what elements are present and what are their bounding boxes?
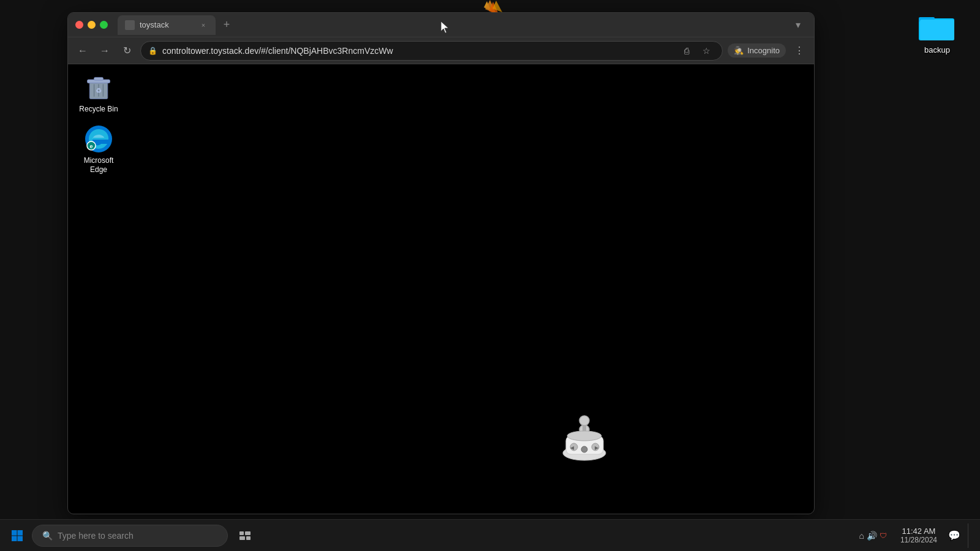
search-placeholder-text: Type here to search	[58, 531, 134, 541]
maximize-button[interactable]	[100, 21, 108, 29]
tab-label: toystack	[140, 20, 194, 29]
minimize-button[interactable]	[88, 21, 96, 29]
volume-icon: 🔊	[867, 531, 877, 541]
edge-label: Microsoft Edge	[77, 156, 121, 174]
desktop: backup toystack × + ▾ ← →	[0, 0, 980, 551]
title-bar: toystack × + ▾	[68, 13, 814, 37]
clock-date: 11/28/2024	[900, 536, 937, 544]
task-view-icon	[239, 531, 251, 540]
incognito-button[interactable]: 🕵 Incognito	[728, 43, 786, 58]
clock-area[interactable]: 11:42 AM 11/28/2024	[894, 527, 943, 544]
taskbar: 🔍 Type here to search ⌂ 🔊 🛡 11:42 AM	[0, 519, 980, 551]
task-view-button[interactable]	[233, 523, 257, 548]
nav-bar: ← → ↻ 🔒 ⎙ ☆ 🕵 Incognito ⋮	[68, 37, 814, 64]
svg-point-22	[567, 431, 601, 441]
browser-window: toystack × + ▾ ← → ↻ 🔒 ⎙ ☆ 🕵	[67, 12, 815, 514]
bookmark-button[interactable]: ☆	[698, 42, 715, 59]
game-controller-icon[interactable]: ◀ ▶	[557, 410, 612, 465]
edge-image: e	[84, 124, 113, 154]
reload-button[interactable]: ↻	[118, 42, 135, 59]
svg-rect-31	[18, 536, 23, 541]
recycle-bin-icon-desktop[interactable]: ♻ Recycle Bin	[74, 70, 123, 116]
svg-point-21	[579, 416, 589, 425]
browser-content: ♻ Recycle Bin	[68, 64, 814, 514]
system-tray: ⌂ 🔊 🛡 11:42 AM 11/28/2024 💬	[854, 523, 975, 548]
incognito-icon: 🕵	[734, 46, 744, 55]
tab-favicon	[125, 20, 135, 30]
svg-text:◀: ◀	[570, 445, 575, 451]
backup-folder-label: backup	[924, 45, 950, 54]
lock-icon: 🔒	[148, 47, 157, 55]
forward-button[interactable]: →	[96, 42, 113, 59]
security-icon: 🛡	[880, 531, 887, 540]
clock-time: 11:42 AM	[902, 527, 936, 536]
recycle-bin-label: Recycle Bin	[79, 105, 118, 113]
tab-bar: toystack × + ▾	[118, 15, 807, 35]
backup-folder-icon	[919, 12, 956, 43]
svg-rect-28	[12, 530, 17, 536]
search-icon: 🔍	[42, 531, 53, 541]
show-desktop-button[interactable]	[968, 523, 975, 548]
backup-folder-desktop[interactable]: backup	[919, 12, 956, 54]
svg-rect-29	[18, 530, 23, 536]
browser-tab[interactable]: toystack ×	[118, 15, 216, 35]
taskbar-search[interactable]: 🔍 Type here to search	[32, 525, 228, 547]
windows-logo-icon	[11, 530, 23, 542]
svg-point-25	[581, 446, 587, 452]
start-button[interactable]	[5, 523, 29, 548]
url-input[interactable]	[162, 46, 673, 56]
svg-rect-34	[239, 536, 245, 540]
svg-rect-33	[245, 531, 251, 535]
svg-rect-6	[920, 20, 954, 40]
desktop-icons-area: ♻ Recycle Bin	[68, 64, 129, 189]
recycle-bin-image: ♻	[84, 73, 113, 102]
svg-text:♻: ♻	[96, 87, 102, 94]
svg-rect-30	[12, 536, 17, 541]
tab-close-button[interactable]: ×	[198, 20, 208, 30]
cast-button[interactable]: ⎙	[678, 42, 695, 59]
svg-rect-35	[246, 536, 251, 540]
new-tab-button[interactable]: +	[218, 17, 235, 34]
address-bar[interactable]: 🔒 ⎙ ☆	[140, 41, 723, 61]
network-tray-icon: ⌂	[859, 531, 864, 541]
traffic-lights	[75, 21, 108, 29]
microsoft-edge-icon-desktop[interactable]: e Microsoft Edge	[74, 122, 123, 176]
incognito-label: Incognito	[747, 46, 780, 55]
close-button[interactable]	[75, 21, 83, 29]
address-bar-actions: ⎙ ☆	[678, 42, 715, 59]
svg-rect-9	[94, 77, 104, 80]
back-button[interactable]: ←	[74, 42, 91, 59]
tab-dropdown-button[interactable]: ▾	[790, 17, 807, 34]
svg-text:▶: ▶	[595, 445, 599, 451]
more-options-button[interactable]: ⋮	[791, 42, 808, 59]
tray-icons-area[interactable]: ⌂ 🔊 🛡	[854, 531, 891, 541]
notification-button[interactable]: 💬	[946, 527, 963, 544]
svg-rect-32	[239, 531, 244, 535]
svg-text:e: e	[89, 143, 92, 149]
